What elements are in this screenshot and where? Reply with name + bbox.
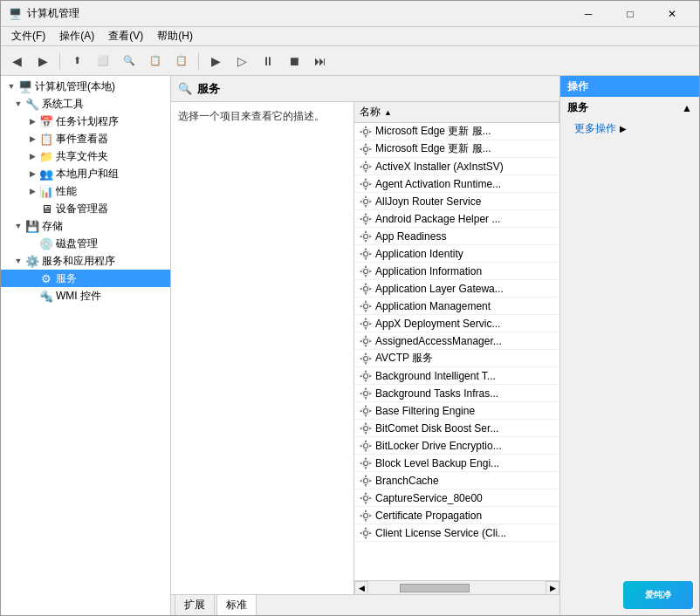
menu-file[interactable]: 文件(F) xyxy=(4,27,52,45)
svg-rect-122 xyxy=(365,475,367,477)
close-button[interactable]: ✕ xyxy=(652,3,692,25)
users-expand-icon[interactable]: ▶ xyxy=(25,167,39,181)
sidebar-task-scheduler[interactable]: ▶ 📅 任务计划程序 xyxy=(1,113,170,130)
h-scroll-track[interactable] xyxy=(382,584,532,592)
sidebar-performance[interactable]: ▶ 📊 性能 xyxy=(1,182,170,200)
systemtools-label: 系统工具 xyxy=(42,97,84,112)
menu-action[interactable]: 操作(A) xyxy=(52,27,101,45)
service-row[interactable]: Application Identity xyxy=(354,245,559,263)
h-scroll-left[interactable]: ◀ xyxy=(354,581,368,595)
service-row[interactable]: Background Intelligent T... xyxy=(354,367,559,385)
minimize-button[interactable]: ─ xyxy=(568,3,608,25)
play-button[interactable]: ▶ xyxy=(203,50,228,72)
menu-help[interactable]: 帮助(H) xyxy=(150,27,200,45)
service-icon xyxy=(360,126,372,138)
service-row[interactable]: Application Information xyxy=(354,263,559,280)
service-row[interactable]: AssignedAccessManager... xyxy=(354,332,559,350)
service-row[interactable]: Application Layer Gatewa... xyxy=(354,280,559,298)
stop-button[interactable]: ⏹ xyxy=(282,50,306,72)
systemtools-expand-icon[interactable]: ▼ xyxy=(11,97,25,111)
storage-label: 存储 xyxy=(42,219,63,234)
service-row[interactable]: BranchCache xyxy=(354,472,559,489)
svg-point-72 xyxy=(364,339,368,343)
sidebar-root[interactable]: ▼ 🖥️ 计算机管理(本地) xyxy=(1,78,170,95)
service-row[interactable]: AllJoyn Router Service xyxy=(354,193,559,210)
h-scroll-right[interactable]: ▶ xyxy=(546,581,559,595)
sidebar-disk-management[interactable]: 💿 磁盘管理 xyxy=(1,235,170,252)
service-row[interactable]: Certificate Propagation xyxy=(354,507,559,524)
service-row[interactable]: App Readiness xyxy=(354,228,559,245)
show-hide-button[interactable]: ⬜ xyxy=(91,50,115,72)
svg-rect-118 xyxy=(360,462,363,464)
svg-rect-128 xyxy=(365,492,367,495)
back-button[interactable]: ◀ xyxy=(4,50,29,72)
toolbar-sep-2 xyxy=(198,52,199,70)
perf-expand-icon[interactable]: ▶ xyxy=(25,184,39,198)
properties-button[interactable]: 🔍 xyxy=(117,50,141,72)
event-expand-icon[interactable]: ▶ xyxy=(25,132,39,146)
menu-view[interactable]: 查看(V) xyxy=(101,27,150,45)
service-row[interactable]: Agent Activation Runtime... xyxy=(354,175,559,193)
play2-button[interactable]: ▷ xyxy=(230,50,254,72)
service-row[interactable]: ActiveX Installer (AxInstSV) xyxy=(354,158,559,175)
service-row[interactable]: BitLocker Drive Encryptio... xyxy=(354,437,559,455)
svg-rect-80 xyxy=(365,352,367,355)
col-header-name[interactable]: 名称 ▲ xyxy=(354,102,559,122)
service-name-text: BranchCache xyxy=(375,475,439,487)
services-list[interactable]: Microsoft Edge 更新 服... Microsoft Edge 更新… xyxy=(354,123,559,580)
sidebar-storage[interactable]: ▼ 💾 存储 xyxy=(1,217,170,235)
pause-button[interactable]: ⏸ xyxy=(256,50,280,72)
svg-rect-106 xyxy=(360,428,363,429)
service-row[interactable]: Microsoft Edge 更新 服... xyxy=(354,140,559,158)
service-row[interactable]: BitComet Disk Boost Ser... xyxy=(354,420,559,437)
service-row[interactable]: Android Package Helper ... xyxy=(354,210,559,228)
sidebar-device-manager[interactable]: 🖥 设备管理器 xyxy=(1,200,170,217)
description-pane: 选择一个项目来查看它的描述。 xyxy=(171,102,354,594)
svg-rect-22 xyxy=(360,183,363,185)
sidebar-event-viewer[interactable]: ▶ 📋 事件查看器 xyxy=(1,130,170,147)
service-row[interactable]: Block Level Backup Engi... xyxy=(354,455,559,472)
skip-button[interactable]: ⏭ xyxy=(308,50,333,72)
sidebar-shared-folders[interactable]: ▶ 📁 共享文件夹 xyxy=(1,147,170,165)
service-row[interactable]: CaptureService_80e00 xyxy=(354,489,559,507)
svcapp-expand-icon[interactable]: ▼ xyxy=(11,254,25,268)
main-window: 🖥️ 计算机管理 ─ □ ✕ 文件(F) 操作(A) 查看(V) 帮助(H) ◀… xyxy=(0,0,700,616)
sidebar-wmi[interactable]: 🔩 WMI 控件 xyxy=(1,287,170,305)
sidebar-services[interactable]: ⚙ 服务 xyxy=(1,270,170,287)
service-row[interactable]: Base Filtering Engine xyxy=(354,402,559,420)
root-expand-icon[interactable]: ▼ xyxy=(4,79,18,93)
sidebar-local-users[interactable]: ▶ 👥 本地用户和组 xyxy=(1,165,170,182)
service-row[interactable]: Microsoft Edge 更新 服... xyxy=(354,123,559,140)
svg-point-73 xyxy=(362,337,370,345)
service-row[interactable]: AppX Deployment Servic... xyxy=(354,315,559,332)
svg-point-37 xyxy=(362,232,370,240)
svg-point-30 xyxy=(364,216,368,221)
tab-standard[interactable]: 标准 xyxy=(216,594,257,615)
svg-rect-81 xyxy=(365,362,367,365)
tab-expand[interactable]: 扩展 xyxy=(175,594,215,615)
service-name-cell: Block Level Backup Engi... xyxy=(354,457,559,469)
sidebar-services-apps[interactable]: ▼ ⚙️ 服务和应用程序 xyxy=(1,252,170,270)
service-row[interactable]: Application Management xyxy=(354,298,559,315)
storage-expand-icon[interactable]: ▼ xyxy=(11,219,25,233)
up-button[interactable]: ⬆ xyxy=(65,50,89,72)
shared-expand-icon[interactable]: ▶ xyxy=(25,149,39,163)
forward-button[interactable]: ▶ xyxy=(31,50,55,72)
svg-point-43 xyxy=(362,250,370,257)
svg-rect-71 xyxy=(369,323,372,325)
service-row[interactable]: Background Tasks Infras... xyxy=(354,385,559,402)
h-scrollbar[interactable]: ◀ ▶ xyxy=(354,580,559,594)
more-actions-item[interactable]: 更多操作 ▶ xyxy=(560,119,699,139)
help-button[interactable]: 📋 xyxy=(143,50,168,72)
maximize-button[interactable]: □ xyxy=(610,3,650,25)
task-expand-icon[interactable]: ▶ xyxy=(25,114,39,128)
sidebar-system-tools[interactable]: ▼ 🔧 系统工具 xyxy=(1,95,170,113)
svg-rect-82 xyxy=(360,358,363,359)
service-row[interactable]: AVCTP 服务 xyxy=(354,350,559,367)
svg-point-126 xyxy=(364,496,368,500)
task-icon: 📅 xyxy=(39,114,53,128)
h-scroll-thumb[interactable] xyxy=(400,584,470,592)
service-row[interactable]: Client License Service (Cli... xyxy=(354,524,559,542)
event-icon: 📋 xyxy=(39,132,53,146)
export-button[interactable]: 📋 xyxy=(169,50,194,72)
